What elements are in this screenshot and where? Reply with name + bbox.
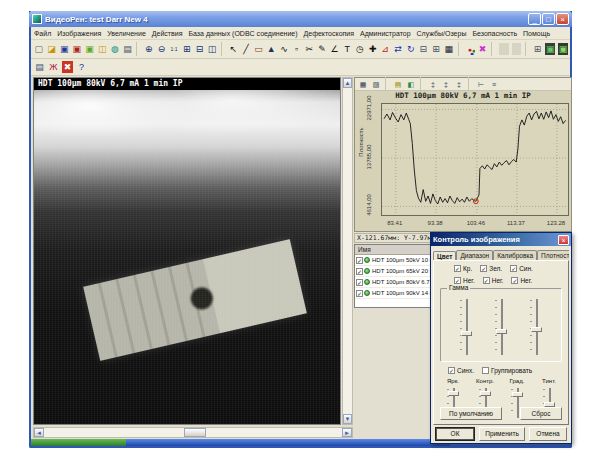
blank-icon[interactable] (498, 42, 510, 56)
checkbox[interactable] (482, 367, 489, 374)
scroll-up-icon[interactable]: ▲ (343, 78, 352, 88)
vertical-scrollbar[interactable]: ▲ ▼ (342, 77, 353, 425)
tab-3[interactable]: Калибровка (493, 250, 537, 260)
split-vertical-icon[interactable]: ◫ (206, 42, 218, 56)
profile-chart[interactable] (382, 104, 568, 215)
plot-box[interactable] (381, 103, 569, 216)
tab-2[interactable]: Диапазон (456, 250, 493, 260)
menu-item[interactable]: Помощь (520, 30, 553, 37)
text-icon[interactable]: T (341, 42, 353, 56)
reset-button[interactable]: Сброс (520, 407, 562, 420)
crosshair-icon[interactable]: ✚ (367, 42, 379, 56)
histogram-icon[interactable]: ⊿ (380, 42, 392, 56)
table-view-icon[interactable]: ▦ (357, 79, 369, 90)
capture-dark-icon[interactable]: ▣ (544, 42, 556, 56)
slider-thumb[interactable] (496, 329, 507, 334)
row-checkbox[interactable]: ✓ (356, 257, 363, 264)
page-preview-icon[interactable]: ▤ (33, 60, 46, 74)
close-button[interactable]: × (556, 13, 569, 25)
plus-box-icon[interactable]: ⊞ (430, 42, 442, 56)
marker-icon[interactable]: ⊢ (475, 79, 487, 90)
checkbox[interactable]: ✓ (511, 277, 518, 284)
dialog-close-icon[interactable]: × (558, 235, 569, 245)
new-document-icon[interactable]: ▢ (33, 42, 45, 56)
blank-icon-2[interactable] (511, 42, 523, 56)
scroll-left-icon[interactable]: ◄ (34, 428, 44, 437)
minus-box-icon[interactable]: ⊟ (418, 42, 430, 56)
checkbox[interactable]: ✓ (480, 265, 487, 272)
slider-thumb[interactable] (531, 327, 542, 332)
globe-icon[interactable]: ◍ (109, 42, 121, 56)
scissors-icon[interactable]: ✂ (303, 42, 315, 56)
slider-thumb[interactable] (512, 392, 523, 397)
ok-button[interactable]: ОК (435, 427, 475, 441)
minimize-button[interactable]: _ (528, 13, 541, 25)
line-tool-icon[interactable]: ╱ (240, 42, 252, 56)
save-green-icon[interactable]: ▣ (84, 42, 96, 56)
default-button[interactable]: По умолчанию (440, 407, 502, 420)
level-low-icon[interactable]: ‡ (427, 79, 439, 90)
tab-4[interactable]: Плотность (537, 250, 569, 260)
slider-thumb[interactable] (544, 402, 555, 407)
horizontal-scrollbar[interactable]: ◄ ► (33, 427, 353, 438)
export-folder-icon[interactable]: ◫ (96, 42, 108, 56)
row-checkbox[interactable]: ✓ (356, 279, 363, 286)
menu-item[interactable]: Изображения (54, 30, 104, 37)
copy-icon[interactable]: ▤ (392, 79, 404, 90)
menu-item[interactable]: Файл (31, 30, 54, 37)
print-icon[interactable]: ▤ (122, 42, 134, 56)
grid-icon[interactable]: ⊞ (532, 42, 544, 56)
menu-item[interactable]: Безопасность (469, 30, 520, 37)
image-view-icon[interactable]: ▨ (370, 79, 382, 90)
pencil-icon[interactable]: ✎ (316, 42, 328, 56)
menu-item[interactable]: Администратор (357, 30, 414, 37)
title-bar[interactable]: ВидеоРен: test Darr New 4 _ □ × (29, 11, 572, 27)
checkbox[interactable]: ✓ (483, 277, 490, 284)
rect-select-icon[interactable]: ▫ (291, 42, 303, 56)
menu-item[interactable]: Увеличение (104, 30, 149, 37)
slider-thumb[interactable] (461, 331, 472, 336)
matrix-icon[interactable]: ▦ (443, 42, 455, 56)
legend-icon[interactable]: ≡ (488, 79, 500, 90)
scrollbar-thumb[interactable] (184, 428, 206, 437)
angle-icon[interactable]: ∠ (329, 42, 341, 56)
palette-icon[interactable]: ◧ (405, 79, 417, 90)
save-red-icon[interactable]: ▣ (71, 42, 83, 56)
slider-thumb[interactable] (480, 391, 491, 396)
slider-track[interactable] (466, 299, 468, 355)
help-icon[interactable]: ? (75, 60, 88, 74)
checkbox[interactable]: ✓ (448, 367, 455, 374)
xray-image[interactable] (34, 90, 340, 424)
menu-item[interactable]: Действия (149, 30, 186, 37)
pan-icon[interactable]: ⇄ (392, 42, 404, 56)
menu-item[interactable]: Дефектоскопия (301, 30, 357, 37)
zoom-in-icon[interactable]: ⊕ (143, 42, 155, 56)
menu-item[interactable]: База данных (ODBC соединение) (185, 30, 300, 37)
tile-windows-icon[interactable]: ⊞ (181, 42, 193, 56)
color-mask-icon[interactable]: ✖ (477, 42, 489, 56)
flag-icon[interactable]: ▲ (265, 42, 277, 56)
checkbox[interactable]: ✓ (454, 265, 461, 272)
freehand-icon[interactable]: ∿ (278, 42, 290, 56)
checkbox[interactable]: ✓ (454, 277, 461, 284)
level-high-icon[interactable]: ‡ (453, 79, 465, 90)
clock-icon[interactable]: ◷ (354, 42, 366, 56)
slider-thumb[interactable] (448, 391, 459, 396)
split-horizontal-icon[interactable]: ⊟ (194, 42, 206, 56)
row-checkbox[interactable]: ✓ (356, 268, 363, 275)
dialog-title-bar[interactable]: Контроль изображения × (431, 233, 571, 246)
slider-track[interactable] (501, 299, 503, 355)
video-dark-icon[interactable]: ▣ (557, 42, 569, 56)
scroll-right-icon[interactable]: ► (342, 428, 352, 437)
maximize-button[interactable]: □ (542, 13, 555, 25)
ruler-icon[interactable]: ▭ (253, 42, 265, 56)
zoom-1-1-icon[interactable]: 1:1 (168, 42, 180, 56)
tab-1[interactable]: Цвет (433, 251, 456, 260)
zoom-out-icon[interactable]: ⊖ (156, 42, 168, 56)
rgb-icon[interactable]: ● (464, 42, 476, 56)
apply-button[interactable]: Применить (479, 427, 525, 441)
level-mid-icon[interactable]: ‡ (440, 79, 452, 90)
save-icon[interactable]: ▣ (58, 42, 70, 56)
checkbox[interactable]: ✓ (510, 265, 517, 272)
open-folder-icon[interactable]: ◪ (46, 42, 58, 56)
